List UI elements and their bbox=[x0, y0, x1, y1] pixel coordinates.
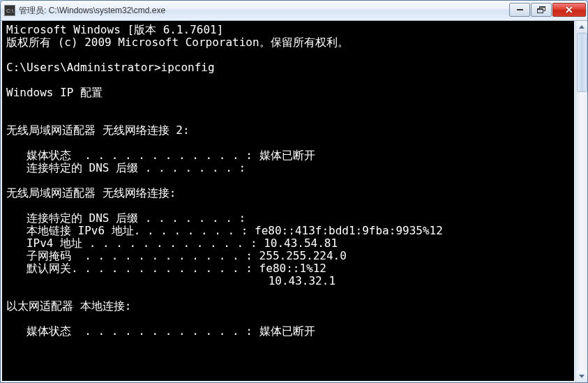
minimize-icon bbox=[517, 9, 523, 10]
terminal-output[interactable]: Microsoft Windows [版本 6.1.7601] 版权所有 (c)… bbox=[1, 21, 575, 382]
scroll-up-button[interactable] bbox=[576, 21, 588, 33]
scrollbar-track[interactable] bbox=[576, 33, 587, 370]
window-controls: ✕ bbox=[508, 3, 586, 18]
maximize-icon bbox=[537, 6, 545, 13]
chevron-down-icon bbox=[579, 375, 585, 378]
cmd-icon: C:\ bbox=[4, 5, 15, 16]
content-area: Microsoft Windows [版本 6.1.7601] 版权所有 (c)… bbox=[1, 21, 587, 382]
close-icon: ✕ bbox=[565, 4, 573, 15]
close-button[interactable]: ✕ bbox=[552, 3, 586, 17]
window-title: 管理员: C:\Windows\system32\cmd.exe bbox=[19, 5, 508, 17]
scroll-down-button[interactable] bbox=[576, 370, 588, 382]
maximize-button[interactable] bbox=[531, 3, 552, 17]
minimize-button[interactable] bbox=[509, 3, 530, 17]
vertical-scrollbar[interactable] bbox=[575, 21, 587, 382]
chevron-up-icon bbox=[579, 25, 585, 29]
cmd-window: C:\ 管理员: C:\Windows\system32\cmd.exe ✕ M… bbox=[0, 0, 588, 383]
scrollbar-thumb[interactable] bbox=[577, 33, 587, 92]
titlebar[interactable]: C:\ 管理员: C:\Windows\system32\cmd.exe ✕ bbox=[1, 1, 587, 21]
